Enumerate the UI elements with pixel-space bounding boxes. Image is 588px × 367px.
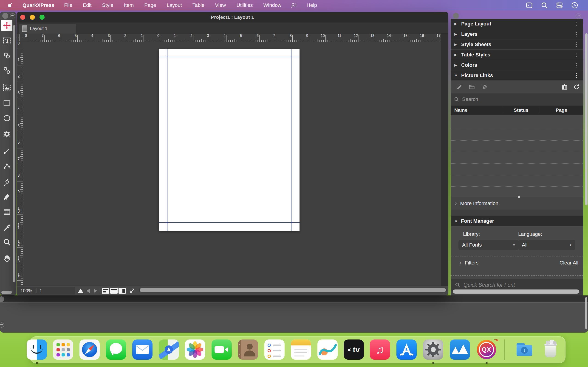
palette-dock-more-icon[interactable]: ••• bbox=[576, 13, 581, 19]
freehand-drawing-tool[interactable] bbox=[2, 192, 11, 201]
font-manager-header[interactable]: ▼ Font Manager bbox=[451, 216, 583, 226]
palette-dock-button[interactable] bbox=[453, 13, 459, 19]
tools-hscrollbar[interactable] bbox=[1, 291, 12, 294]
dock-messages-icon[interactable] bbox=[106, 340, 126, 360]
menu-item-item[interactable]: Item bbox=[119, 2, 139, 8]
menu-item-edit[interactable]: Edit bbox=[78, 2, 97, 8]
horizontal-scrollbar[interactable] bbox=[139, 288, 447, 292]
dock-quarkxpress-icon[interactable]: QXTM bbox=[476, 340, 497, 360]
palette-close-button[interactable] bbox=[2, 13, 8, 19]
menu-item-utilities[interactable]: Utilities bbox=[231, 2, 258, 8]
dock-trash-icon[interactable] bbox=[540, 340, 561, 360]
vertical-ruler[interactable]: 01234567891011121314 bbox=[17, 42, 23, 286]
page-1[interactable] bbox=[159, 49, 300, 231]
dock-reminders-icon[interactable] bbox=[264, 340, 285, 360]
panel-menu-icon[interactable]: ⋮ bbox=[574, 72, 579, 79]
dock-maps-icon[interactable] bbox=[159, 340, 179, 360]
line-tool[interactable] bbox=[2, 146, 11, 155]
panel-header-picture-links[interactable]: ▼Picture Links⋮ bbox=[451, 70, 583, 80]
export-view-icon[interactable] bbox=[129, 288, 135, 294]
control-center-icon[interactable] bbox=[556, 2, 563, 9]
dock-settings-icon[interactable] bbox=[423, 340, 443, 360]
item-tool[interactable] bbox=[1, 20, 12, 31]
column-name[interactable]: Name bbox=[451, 107, 502, 113]
horizontal-ruler[interactable]: 8765432101234567891011121314151617 bbox=[23, 33, 441, 42]
view-mode-split-button[interactable] bbox=[119, 288, 126, 294]
panel-header-colors[interactable]: ▶Colors⋮ bbox=[451, 60, 583, 70]
dock-photos-icon[interactable] bbox=[185, 340, 205, 360]
zoom-level-field[interactable]: 100% bbox=[17, 288, 36, 293]
menu-item-layout[interactable]: Layout bbox=[162, 2, 187, 8]
dock-downloads-icon[interactable]: ↓ bbox=[514, 340, 535, 360]
background-window-button[interactable] bbox=[0, 296, 4, 302]
table-tool[interactable] bbox=[2, 208, 11, 216]
add-point-tool[interactable] bbox=[2, 162, 11, 170]
picture-content-tool[interactable] bbox=[2, 83, 11, 92]
dock-appstore-icon[interactable] bbox=[397, 340, 417, 360]
column-options-icon[interactable] bbox=[561, 84, 568, 90]
menu-item-window[interactable]: Window bbox=[258, 2, 287, 8]
language-select[interactable]: All ▼ bbox=[518, 240, 575, 250]
dock-notes-icon[interactable] bbox=[291, 340, 311, 360]
update-link-icon[interactable] bbox=[481, 84, 488, 90]
background-window[interactable]: ••• bbox=[0, 295, 588, 333]
page-up-button[interactable] bbox=[78, 289, 83, 293]
window-titlebar[interactable]: Project1 : Layout 1 bbox=[17, 12, 448, 23]
panel-splitter[interactable] bbox=[451, 197, 583, 197]
picture-links-list[interactable] bbox=[451, 115, 583, 197]
dock-appletv-icon[interactable]: tv bbox=[344, 340, 364, 360]
clock-icon[interactable] bbox=[571, 2, 578, 9]
menu-item-file[interactable]: File bbox=[59, 2, 78, 8]
background-window-scrollbar[interactable] bbox=[585, 297, 587, 329]
clear-all-link[interactable]: Clear All bbox=[560, 260, 579, 266]
zoom-tool[interactable] bbox=[2, 238, 11, 246]
view-mode-spread-button[interactable] bbox=[102, 288, 109, 294]
column-status[interactable]: Status bbox=[502, 107, 540, 113]
view-mode-page-button[interactable] bbox=[110, 288, 118, 294]
spotlight-search-icon[interactable] bbox=[541, 2, 548, 9]
panel-header-table-styles[interactable]: ▶Table Styles⋮ bbox=[451, 50, 583, 60]
dock-freeform-icon[interactable] bbox=[317, 340, 338, 360]
font-quick-search-input[interactable] bbox=[464, 282, 579, 288]
menu-item-table[interactable]: Table bbox=[187, 2, 210, 8]
tools-scrollbar[interactable] bbox=[13, 25, 15, 282]
menu-item-style[interactable]: Style bbox=[97, 2, 119, 8]
dock-facetime-icon[interactable] bbox=[212, 340, 232, 360]
splitter-handle-icon[interactable] bbox=[518, 196, 520, 198]
filters-toggle[interactable]: Filters bbox=[465, 260, 478, 266]
pan-tool[interactable] bbox=[2, 254, 11, 263]
dock-mail-icon[interactable] bbox=[132, 340, 153, 360]
palette-more-icon[interactable]: ••• bbox=[10, 13, 15, 18]
panel-header-style-sheets[interactable]: ▶Style Sheets⋮ bbox=[451, 40, 583, 49]
panel-menu-icon[interactable]: ⋮ bbox=[574, 62, 579, 68]
rectangle-box-tool[interactable] bbox=[2, 99, 11, 107]
menu-item-help[interactable]: Help bbox=[301, 2, 322, 8]
panel-menu-icon[interactable]: ⋮ bbox=[574, 41, 579, 48]
apple-menu-icon[interactable] bbox=[8, 2, 14, 8]
panel-header-layers[interactable]: ▶Layers⋮ bbox=[451, 29, 583, 39]
text-content-tool[interactable]: T bbox=[2, 36, 11, 45]
background-window-more-icon[interactable]: ••• bbox=[0, 323, 4, 327]
dock-contacts-icon[interactable] bbox=[238, 340, 258, 360]
script-menu-icon[interactable] bbox=[287, 2, 301, 8]
palette-hscrollbar[interactable] bbox=[453, 290, 579, 294]
dock-safari-icon[interactable] bbox=[79, 340, 100, 360]
next-page-button[interactable] bbox=[94, 289, 97, 293]
dock-music-icon[interactable]: ♫ bbox=[370, 340, 390, 360]
dock-finder-icon[interactable] bbox=[27, 340, 47, 360]
text-unlinking-tool[interactable] bbox=[2, 66, 11, 75]
bezier-pen-tool[interactable] bbox=[2, 178, 11, 187]
text-linking-tool[interactable] bbox=[2, 51, 11, 60]
page-number-field[interactable]: 1 bbox=[37, 288, 42, 293]
menu-item-view[interactable]: View bbox=[210, 2, 231, 8]
panel-header-page-layout[interactable]: ▶Page Layout⋮ bbox=[451, 19, 583, 29]
display-icon[interactable] bbox=[526, 2, 533, 9]
palette-vscrollbar[interactable] bbox=[585, 33, 588, 205]
starburst-tool[interactable] bbox=[2, 130, 11, 139]
more-information-toggle[interactable]: › More Information bbox=[451, 197, 583, 210]
tab-layout-1[interactable]: Layout 1 bbox=[19, 24, 76, 33]
panel-menu-icon[interactable]: ⋮ bbox=[574, 52, 579, 58]
previous-page-button[interactable] bbox=[86, 289, 90, 293]
menu-item-page[interactable]: Page bbox=[139, 2, 161, 8]
ruler-origin[interactable] bbox=[17, 33, 23, 42]
